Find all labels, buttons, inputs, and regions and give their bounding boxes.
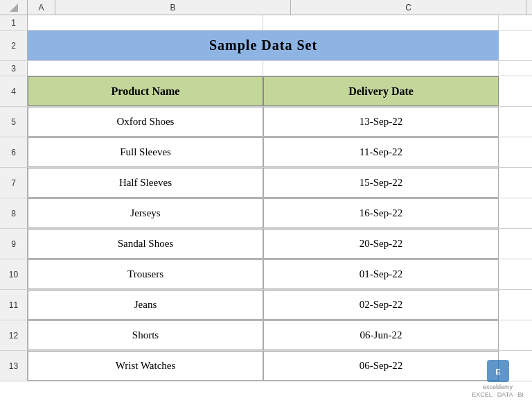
product-cell[interactable]: Jerseys [28, 198, 263, 228]
table-row: 5 Oxford Shoes 13-Sep-22 [0, 107, 532, 137]
col-b-header: B [55, 0, 291, 15]
table-row: 4 Product Name Delivery Date [0, 76, 532, 107]
date-cell[interactable]: 13-Sep-22 [263, 107, 499, 137]
product-cell[interactable]: Trousers [28, 259, 263, 289]
row-number: 7 [0, 168, 28, 198]
table-row: 12 Shorts 06-Jun-22 [0, 320, 532, 351]
cell-b1[interactable] [28, 15, 263, 30]
table-row: 3 [0, 61, 532, 76]
row-number: 1 [0, 15, 28, 30]
svg-marker-0 [10, 3, 18, 12]
product-cell[interactable]: Sandal Shoes [28, 229, 263, 259]
date-cell[interactable]: 15-Sep-22 [263, 168, 499, 198]
cell-c3[interactable] [263, 61, 499, 76]
row-number: 5 [0, 107, 28, 137]
corner-cell [0, 0, 28, 15]
delivery-date-header[interactable]: Delivery Date [263, 76, 499, 106]
title-cell[interactable]: Sample Data Set [28, 31, 499, 60]
date-cell[interactable]: 20-Sep-22 [263, 229, 499, 259]
date-cell[interactable]: 01-Sep-22 [263, 259, 499, 289]
row-number: 9 [0, 229, 28, 259]
table-row: 6 Full Sleeves 11-Sep-22 [0, 137, 532, 168]
table-row: 1 [0, 15, 532, 31]
date-cell[interactable]: 11-Sep-22 [263, 137, 499, 167]
row-number: 4 [0, 76, 28, 106]
row-number: 2 [0, 31, 28, 60]
product-cell[interactable]: Wrist Watches [28, 351, 263, 381]
product-cell[interactable]: Jeans [28, 290, 263, 320]
svg-text:E: E [495, 368, 500, 376]
product-name-header[interactable]: Product Name [28, 76, 263, 106]
date-cell[interactable]: 16-Sep-22 [263, 198, 499, 228]
cell-c1[interactable] [263, 15, 499, 30]
table-row: 8 Jerseys 16-Sep-22 [0, 198, 532, 229]
table-row: 9 Sandal Shoes 20-Sep-22 [0, 229, 532, 259]
product-cell[interactable]: Oxford Shoes [28, 107, 263, 137]
date-cell[interactable]: 06-Jun-22 [263, 320, 499, 350]
col-a-header: A [28, 0, 55, 15]
watermark-logo: E [487, 360, 509, 382]
row-number: 8 [0, 198, 28, 228]
table-row: 13 Wrist Watches 06-Sep-22 [0, 351, 532, 381]
column-header-row: A B C [0, 0, 532, 15]
product-cell[interactable]: Shorts [28, 320, 263, 350]
table-row: 2 Sample Data Set [0, 31, 532, 61]
watermark-text: exceldemy EXCEL · DATA · BI [472, 384, 524, 399]
row-number: 13 [0, 351, 28, 381]
row-number: 3 [0, 61, 28, 76]
table-row: 11 Jeans 02-Sep-22 [0, 290, 532, 320]
cell-b3[interactable] [28, 61, 263, 76]
row-number: 11 [0, 290, 28, 320]
spreadsheet: A B C 1 2 Sample Data Set 3 4 Product Na… [0, 0, 532, 405]
table-row: 10 Trousers 01-Sep-22 [0, 259, 532, 290]
col-c-header: C [291, 0, 526, 15]
row-number: 12 [0, 320, 28, 350]
spreadsheet-grid: 1 2 Sample Data Set 3 4 Product Name Del… [0, 15, 532, 381]
date-cell[interactable]: 02-Sep-22 [263, 290, 499, 320]
product-cell[interactable]: Full Sleeves [28, 137, 263, 167]
row-number: 10 [0, 259, 28, 289]
watermark: E exceldemy EXCEL · DATA · BI [472, 360, 524, 399]
table-row: 7 Half Sleeves 15-Sep-22 [0, 168, 532, 198]
date-cell[interactable]: 06-Sep-22 [263, 351, 499, 381]
product-cell[interactable]: Half Sleeves [28, 168, 263, 198]
row-number: 6 [0, 137, 28, 167]
